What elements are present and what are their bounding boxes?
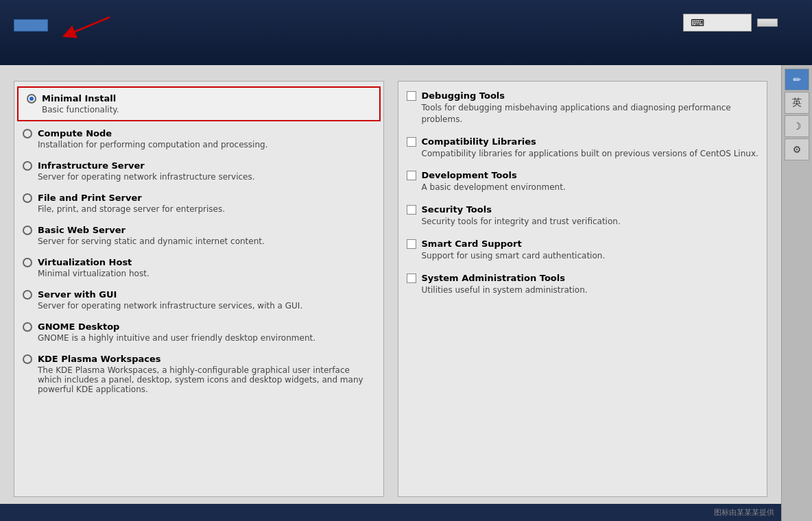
addon-desc: A basic development environment.: [422, 182, 759, 193]
env-list[interactable]: Minimal Install Basic functionality. Com…: [14, 81, 384, 497]
radio-btn: [23, 290, 32, 300]
addon-item[interactable]: Debugging Tools Tools for debugging misb…: [398, 85, 767, 131]
radio-btn: [23, 129, 32, 138]
bottom-text: 图标由某某某提供: [714, 507, 774, 518]
side-btn-night[interactable]: ☽: [785, 115, 809, 137]
env-name: Basic Web Server: [38, 225, 126, 235]
keyboard-input[interactable]: ⌨: [683, 14, 752, 32]
addon-name: Compatibility Libraries: [422, 136, 536, 147]
env-name: GNOME Desktop: [38, 322, 119, 332]
addon-list[interactable]: Debugging Tools Tools for debugging misb…: [398, 81, 768, 497]
checkbox[interactable]: [407, 205, 416, 215]
radio-btn: [23, 322, 32, 332]
env-desc: Basic functionality.: [42, 105, 371, 114]
checkbox[interactable]: [407, 171, 416, 180]
env-item[interactable]: Compute Node Installation for performing…: [14, 123, 383, 155]
env-name: KDE Plasma Workspaces: [38, 354, 161, 364]
env-item[interactable]: Server with GUI Server for operating net…: [14, 284, 383, 316]
env-name: Compute Node: [38, 128, 112, 138]
arrow-icon: [62, 14, 117, 48]
radio-btn: [27, 94, 36, 104]
addon-name: Development Tools: [422, 170, 517, 180]
env-name: Virtualization Host: [38, 257, 132, 267]
addon-desc: Tools for debugging misbehaving applicat…: [422, 102, 759, 125]
help-button[interactable]: [757, 19, 778, 27]
env-desc: Server for serving static and dynamic in…: [38, 237, 375, 246]
env-desc: Installation for performing computation …: [38, 140, 375, 149]
header-controls: ⌨: [683, 14, 812, 32]
addon-desc: Support for using smart card authenticat…: [422, 250, 759, 262]
env-item[interactable]: File and Print Server File, print, and s…: [14, 187, 383, 219]
arrow-indicator: [62, 14, 117, 50]
radio-btn: [23, 226, 32, 235]
env-desc: Server for operating network infrastruct…: [38, 301, 375, 311]
done-button[interactable]: [14, 19, 48, 32]
addon-name: Security Tools: [422, 204, 492, 215]
svg-line-1: [69, 17, 110, 34]
side-panel: ✏ 英 ☽ ⚙: [781, 65, 812, 521]
addon-item[interactable]: Compatibility Libraries Compatibility li…: [398, 131, 767, 165]
main-content: Minimal Install Basic functionality. Com…: [0, 65, 781, 504]
checkbox[interactable]: [407, 239, 416, 249]
checkbox[interactable]: [407, 137, 416, 147]
addon-item[interactable]: Development Tools A basic development en…: [398, 165, 767, 199]
addon-item[interactable]: Smart Card Support Support for using sma…: [398, 233, 767, 267]
content-panels: Minimal Install Basic functionality. Com…: [14, 75, 767, 497]
centos-label: [778, 0, 812, 10]
env-desc: GNOME is a highly intuitive and user fri…: [38, 333, 375, 343]
addon-name: System Administration Tools: [422, 273, 565, 283]
env-item[interactable]: Minimal Install Basic functionality.: [17, 86, 381, 121]
env-name: Infrastructure Server: [38, 160, 145, 171]
right-panel: Debugging Tools Tools for debugging misb…: [398, 75, 768, 497]
env-name: File and Print Server: [38, 193, 142, 203]
addon-desc: Security tools for integrity and trust v…: [422, 216, 759, 228]
env-item[interactable]: Basic Web Server Server for serving stat…: [14, 219, 383, 252]
addon-item[interactable]: Security Tools Security tools for integr…: [398, 199, 767, 233]
radio-btn: [23, 354, 32, 364]
env-desc: File, print, and storage server for ente…: [38, 204, 375, 214]
addon-desc: Compatibility libraries for applications…: [422, 148, 759, 160]
addon-name: Debugging Tools: [422, 90, 505, 101]
env-item[interactable]: Virtualization Host Minimal virtualizati…: [14, 252, 383, 284]
addon-desc: Utilities useful in system administratio…: [422, 284, 759, 296]
checkbox[interactable]: [407, 91, 416, 101]
side-btn-edit[interactable]: ✏: [785, 69, 809, 90]
bottom-bar: 图标由某某某提供: [0, 504, 781, 521]
env-desc: Server for operating network infrastruct…: [38, 172, 375, 182]
side-btn-lang[interactable]: 英: [785, 92, 809, 114]
header: ⌨: [0, 0, 812, 65]
env-name: Minimal Install: [42, 93, 116, 104]
env-desc: The KDE Plasma Workspaces, a highly-conf…: [38, 365, 375, 394]
env-item[interactable]: KDE Plasma Workspaces The KDE Plasma Wor…: [14, 348, 383, 400]
radio-btn: [23, 258, 32, 267]
radio-btn: [23, 193, 32, 203]
env-item[interactable]: Infrastructure Server Server for operati…: [14, 155, 383, 187]
header-right: ⌨: [683, 0, 812, 65]
keyboard-icon: ⌨: [691, 17, 704, 28]
side-btn-settings[interactable]: ⚙: [785, 138, 809, 160]
env-name: Server with GUI: [38, 289, 117, 300]
env-desc: Minimal virtualization host.: [38, 269, 375, 278]
addon-item[interactable]: System Administration Tools Utilities us…: [398, 267, 767, 302]
env-item[interactable]: GNOME Desktop GNOME is a highly intuitiv…: [14, 316, 383, 348]
radio-btn: [23, 161, 32, 171]
checkbox[interactable]: [407, 274, 416, 283]
addon-name: Smart Card Support: [422, 239, 522, 249]
left-panel: Minimal Install Basic functionality. Com…: [14, 75, 384, 497]
